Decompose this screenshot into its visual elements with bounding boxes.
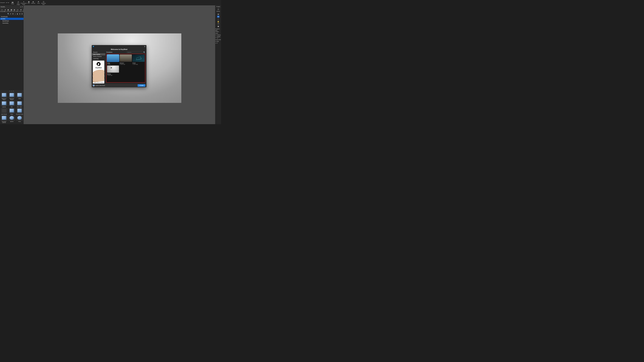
copy-icon[interactable]: ❐ — [217, 23, 220, 25]
thumb-cylinder[interactable]: Cylinder — [0, 101, 8, 107]
tab-textures[interactable]: ▦Textu... — [10, 8, 13, 12]
gpu-button[interactable]: ▦ GPU — [26, 0, 31, 4]
import-icon[interactable]: ⤓ — [14, 13, 16, 15]
workspaces-icon: ◇ — [1, 9, 3, 11]
tab-environments[interactable]: ◐Envi... — [13, 8, 16, 12]
promo-cta[interactable]: See What's New — [93, 82, 104, 83]
welcome-sidebar: Recent New Scene Demo Scenes Learning Ke… — [92, 51, 105, 83]
nav-new-scene[interactable]: New Scene — [92, 53, 105, 55]
pause-button[interactable]: ▮▮ Pause — [10, 1, 15, 4]
whats-new-promo[interactable]: KeyShot See What's New — [93, 60, 104, 83]
tab-colors[interactable]: ◉Colors — [7, 8, 10, 12]
library-title: Models — [0, 6, 5, 7]
tree-backdrops[interactable]: Backdrops — [0, 20, 24, 22]
gpu-label: GPU — [28, 3, 30, 4]
promo-art — [93, 69, 104, 83]
template-medium[interactable]: Medium 1 week ago — [120, 54, 132, 65]
prop-position: Position and Orient — [216, 28, 221, 32]
template-large[interactable]: Large 1 week — [107, 54, 119, 65]
thumb-rounded-cube[interactable]: Rounded Cube — [16, 108, 23, 115]
thumb-plane[interactable]: Plane — [8, 108, 16, 115]
thumb-backdrop-ramp[interactable]: Backdrop Ramp — [0, 92, 8, 100]
template-thumb — [132, 54, 144, 62]
checkbox-icon[interactable] — [216, 34, 217, 36]
tree-models[interactable]: Models — [0, 18, 24, 20]
chevron-down-icon: ▾ — [4, 2, 5, 3]
sheet-icon[interactable]: ▤ — [217, 13, 220, 15]
thumb-rounded-cylinder[interactable]: Rounded Cylinder — [0, 115, 8, 123]
performance-icon: ✦ — [23, 1, 24, 3]
environments-icon: ◐ — [14, 9, 16, 11]
performance-mode-button[interactable]: ✦ Performance Mode — [21, 0, 26, 5]
camera-icon[interactable]: ▤ — [217, 16, 220, 17]
nav-learning[interactable]: Learning — [92, 57, 105, 60]
prop-dof[interactable]: Depth of — [216, 36, 221, 39]
tab-materials[interactable]: ●Mat... — [4, 8, 7, 12]
geometry-view-button[interactable]: ◫ Geometry View — [41, 0, 46, 5]
nav-recent[interactable]: Recent — [92, 51, 105, 53]
thumb-sphere[interactable]: Sphere — [8, 115, 16, 123]
welcome-titlebar: ✕ — [92, 45, 146, 48]
thumb-disc-open[interactable]: Disc Open — [16, 101, 23, 107]
search-input[interactable] — [126, 51, 143, 53]
lock-icon[interactable]: 🔒 — [217, 20, 220, 22]
close-icon[interactable]: ✕ — [22, 6, 23, 7]
pause-icon: ▮▮ — [12, 1, 14, 3]
colors-icon: ◉ — [7, 9, 9, 11]
denoise-icon: ◐ — [33, 1, 34, 3]
tree-downloads[interactable]: Downloads — [0, 16, 24, 18]
cube-icon: ◫ — [43, 1, 44, 3]
trash-icon[interactable]: 🗑 — [16, 13, 18, 15]
add-icon[interactable]: ＋ — [217, 18, 220, 20]
search-icon[interactable]: 🔍 — [143, 51, 145, 53]
thumb-lawn-mower[interactable]: Lawn Mower — [0, 108, 8, 115]
nav-demo-scenes[interactable]: Demo Scenes — [92, 55, 105, 57]
tab-workspaces[interactable]: ◇Workspaces — [0, 8, 4, 12]
template-date: 1 week ago — [107, 75, 119, 76]
thumb-torus[interactable]: Torus — [16, 115, 23, 123]
cpu-usage-button[interactable]: ◷ CPU Usage — [16, 0, 21, 5]
tab-favorites[interactable]: ★Favo... — [19, 8, 22, 12]
tools-button[interactable]: ✥ Tools — [36, 0, 41, 4]
paste-icon[interactable]: ▣ — [217, 25, 220, 27]
prop-settings-disclosure[interactable]: ▸S — [216, 42, 221, 44]
add-folder-icon[interactable]: ✚ — [12, 13, 14, 15]
search-icon[interactable]: 🔍 — [8, 13, 9, 15]
template-thumb — [107, 54, 119, 62]
denoise-button[interactable]: ◐ Denoise — [31, 0, 36, 4]
render-mode-group: ◷ CPU Usage ✦ Performance Mode ▦ GPU ◐ D… — [16, 0, 36, 5]
refresh-icon[interactable]: ⟳ — [10, 13, 12, 15]
top-toolbar: Default ▾ 60 % ▾ ▮▮ Pause ◷ CPU Usage ✦ … — [0, 0, 221, 5]
zoom-dropdown[interactable]: 60 % ▾ — [5, 2, 10, 4]
create-button[interactable]: Create — [138, 84, 145, 87]
tree-geometry[interactable]: Geometry — [0, 22, 24, 24]
template-startup[interactable]: Startup 1 week ago — [107, 65, 119, 76]
close-button[interactable]: ✕ — [144, 46, 146, 47]
gauge-icon: ◷ — [18, 1, 19, 3]
checkbox-icon[interactable] — [216, 37, 216, 38]
pause-label: Pause — [11, 3, 14, 4]
template-name: Large — [107, 62, 119, 64]
template-small[interactable]: Small 1 week ago — [132, 54, 144, 65]
scene-tab-icon[interactable]: ◫ — [217, 8, 220, 10]
prop-lens: Lens — [216, 33, 221, 34]
thumb-disc[interactable]: Disc — [8, 101, 16, 107]
tab-backplate[interactable]: ▭Back... — [16, 8, 19, 12]
panel-resize-handle[interactable]: ● ● ● — [0, 90, 24, 92]
textures-icon: ▦ — [10, 9, 12, 11]
user-chip[interactable]: 👤 Karim Merchant — [93, 84, 105, 86]
template-date: 1 week ago — [120, 64, 132, 65]
keyshot-logo-icon — [92, 46, 94, 47]
list-view-icon[interactable]: ≣ — [21, 13, 23, 15]
prop-stereo[interactable]: Stereo — [216, 34, 221, 36]
geometry-view-label: Geometry View — [41, 3, 46, 5]
thumb-backdrop-round[interactable]: Backdrop Round — [8, 92, 16, 100]
template-date: 1 week — [107, 64, 119, 65]
thumb-cube[interactable]: Cube — [16, 92, 23, 100]
project-properties: Position and Orient Lens Stereo Depth of… — [215, 28, 221, 44]
library-header-buttons: ◻ ✕ — [20, 6, 23, 7]
settings-icon[interactable]: ⚙ — [19, 13, 21, 15]
new-window-icon[interactable]: ◻ — [20, 6, 21, 7]
resolution-dropdown[interactable]: Default ▾ — [0, 2, 4, 4]
keyshot-ring-icon — [96, 62, 100, 66]
